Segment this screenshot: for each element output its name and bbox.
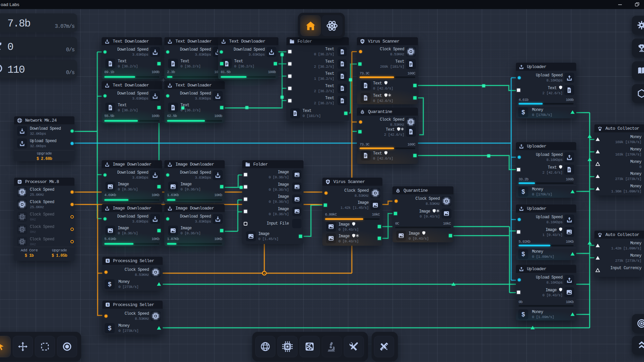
svg-text:$: $ (107, 259, 109, 262)
svg-text:$: $ (107, 303, 109, 306)
